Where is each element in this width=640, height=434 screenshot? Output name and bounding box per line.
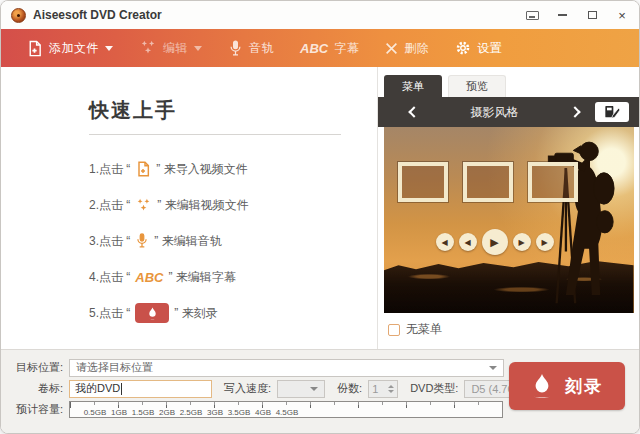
speed-label: 写入速度: bbox=[224, 381, 271, 396]
chevron-right-icon[interactable] bbox=[569, 106, 580, 117]
app-title: Aiseesoft DVD Creator bbox=[33, 8, 162, 22]
add-file-icon bbox=[26, 40, 43, 57]
edit-menu-button[interactable] bbox=[595, 102, 629, 122]
app-window: Aiseesoft DVD Creator × 添加文件 编辑 bbox=[0, 0, 640, 434]
capacity-label: 预计容量: bbox=[7, 402, 63, 417]
page-title: 快速上手 bbox=[89, 97, 377, 124]
theme-nav-bar: 摄影风格 bbox=[378, 97, 639, 127]
chevron-down-icon bbox=[105, 46, 113, 51]
tab-preview[interactable]: 预览 bbox=[448, 75, 506, 97]
step-text: 4.点击 “ bbox=[89, 269, 130, 286]
target-value: 请选择目标位置 bbox=[76, 360, 153, 375]
tab-menu[interactable]: 菜单 bbox=[384, 75, 442, 97]
content-area: 快速上手 1.点击 “ ” 来导入视频文件 2.点击 “ ” 来编辑视频文件 bbox=[1, 67, 639, 349]
toolbar-delete[interactable]: 删除 bbox=[372, 29, 442, 67]
chevron-down-icon bbox=[489, 366, 497, 370]
delete-x-icon bbox=[385, 42, 398, 55]
toolbar-label: 字幕 bbox=[334, 40, 359, 57]
step-text: ” 来编辑音轨 bbox=[154, 233, 221, 250]
toolbar-settings[interactable]: 设置 bbox=[442, 29, 515, 67]
step-text: ” 来导入视频文件 bbox=[156, 161, 247, 178]
copies-stepper[interactable]: 1 bbox=[368, 380, 398, 398]
quickstart-step-1: 1.点击 “ ” 来导入视频文件 bbox=[89, 151, 377, 187]
title-bar: Aiseesoft DVD Creator × bbox=[1, 1, 639, 29]
step-text: ” 来编辑视频文件 bbox=[157, 197, 248, 214]
write-speed-dropdown[interactable] bbox=[277, 380, 325, 398]
no-menu-checkbox[interactable] bbox=[388, 324, 400, 336]
microphone-icon bbox=[228, 40, 243, 57]
quickstart-step-2: 2.点击 “ ” 来编辑视频文件 bbox=[89, 187, 377, 223]
menu-preview-panel: 菜单 预览 摄影风格 bbox=[377, 67, 639, 349]
abc-icon: ABC bbox=[300, 41, 328, 56]
preview-tabs: 菜单 预览 bbox=[384, 75, 639, 97]
skip-forward-icon[interactable]: ▶ bbox=[536, 233, 554, 251]
menu-frame-1 bbox=[398, 162, 448, 202]
skip-back-icon[interactable]: ◀ bbox=[436, 233, 454, 251]
toolbar-label: 编辑 bbox=[163, 40, 188, 57]
step-text: 3.点击 “ bbox=[89, 233, 130, 250]
play-icon[interactable]: ▶ bbox=[482, 229, 508, 255]
toolbar-label: 添加文件 bbox=[49, 40, 99, 57]
step-text: ” 来编辑字幕 bbox=[169, 269, 236, 286]
quick-start-steps: 1.点击 “ ” 来导入视频文件 2.点击 “ ” 来编辑视频文件 3.点击 “ bbox=[89, 151, 377, 331]
dvd-type-label: DVD类型: bbox=[410, 381, 458, 396]
volume-value: 我的DVD bbox=[75, 381, 120, 396]
maximize-button[interactable] bbox=[585, 8, 599, 22]
menu-frame-2 bbox=[463, 162, 513, 202]
burn-flame-icon bbox=[531, 373, 553, 399]
quickstart-step-3: 3.点击 “ ” 来编辑音轨 bbox=[89, 223, 377, 259]
capacity-ruler: 0.5GB 1GB 1.5GB 2GB 2.5GB 3GB 3.5GB 4GB … bbox=[69, 401, 503, 418]
forward-icon[interactable]: ▶ bbox=[513, 233, 531, 251]
copies-label: 份数: bbox=[337, 381, 362, 396]
microphone-icon bbox=[135, 233, 149, 249]
step-text: 1.点击 “ bbox=[89, 161, 130, 178]
quick-start-panel: 快速上手 1.点击 “ ” 来导入视频文件 2.点击 “ ” 来编辑视频文件 bbox=[1, 67, 377, 349]
burn-flame-icon bbox=[135, 303, 169, 323]
no-menu-option: 无菜单 bbox=[388, 321, 639, 338]
theme-name: 摄影风格 bbox=[418, 104, 571, 121]
burn-button[interactable]: 刻录 bbox=[509, 362, 625, 410]
chevron-down-icon bbox=[194, 46, 202, 51]
menu-frame-3 bbox=[528, 162, 578, 202]
toolbar-label: 删除 bbox=[404, 40, 429, 57]
no-menu-label: 无菜单 bbox=[406, 321, 442, 338]
target-label: 目标位置: bbox=[7, 360, 63, 375]
burn-button-label: 刻录 bbox=[565, 375, 603, 398]
target-location-dropdown[interactable]: 请选择目标位置 bbox=[69, 359, 504, 377]
burn-settings-panel: 目标位置: 请选择目标位置 卷标: 我的DVD 写入速度: 份数: 1 DVD类… bbox=[1, 349, 639, 434]
step-text: 5.点击 “ bbox=[89, 305, 130, 322]
step-text: ” 来刻录 bbox=[174, 305, 217, 322]
toolbar: 添加文件 编辑 音轨 ABC 字幕 删除 bbox=[1, 29, 639, 67]
toolbar-label: 设置 bbox=[477, 40, 502, 57]
ruler-minor-ticks bbox=[94, 402, 502, 405]
toolbar-add-files[interactable]: 添加文件 bbox=[13, 29, 126, 67]
minimize-button[interactable] bbox=[555, 8, 569, 22]
gear-icon bbox=[455, 40, 471, 56]
player-controls: ◀ ◀ ▶ ▶ ▶ bbox=[436, 229, 554, 255]
quickstart-step-5: 5.点击 “ ” 来刻录 bbox=[89, 295, 377, 331]
ruler-labels: 0.5GB 1GB 1.5GB 2GB 2.5GB 3GB 3.5GB 4GB … bbox=[71, 408, 501, 417]
window-controls: × bbox=[525, 8, 629, 22]
feedback-icon[interactable] bbox=[525, 8, 539, 22]
divider bbox=[89, 134, 341, 135]
copies-value: 1 bbox=[372, 383, 378, 395]
edit-stars-icon bbox=[139, 40, 157, 56]
chevron-down-icon bbox=[310, 387, 318, 391]
add-file-icon bbox=[135, 161, 151, 177]
step-text: 2.点击 “ bbox=[89, 197, 130, 214]
volume-label: 卷标: bbox=[7, 381, 63, 396]
rewind-icon[interactable]: ◀ bbox=[459, 233, 477, 251]
photographer-silhouette bbox=[542, 131, 634, 307]
stepper-arrows-icon bbox=[388, 385, 394, 393]
toolbar-subtitle[interactable]: ABC 字幕 bbox=[287, 29, 372, 67]
close-button[interactable]: × bbox=[615, 8, 629, 22]
app-logo-icon bbox=[11, 8, 26, 23]
volume-label-input[interactable]: 我的DVD bbox=[69, 380, 212, 398]
toolbar-edit[interactable]: 编辑 bbox=[126, 29, 215, 67]
edit-menu-icon bbox=[604, 105, 620, 119]
menu-preview-image: ◀ ◀ ▶ ▶ ▶ bbox=[384, 127, 634, 313]
toolbar-audio-track[interactable]: 音轨 bbox=[215, 29, 287, 67]
text-caret bbox=[121, 383, 122, 395]
toolbar-label: 音轨 bbox=[249, 40, 274, 57]
abc-icon: ABC bbox=[135, 270, 163, 285]
